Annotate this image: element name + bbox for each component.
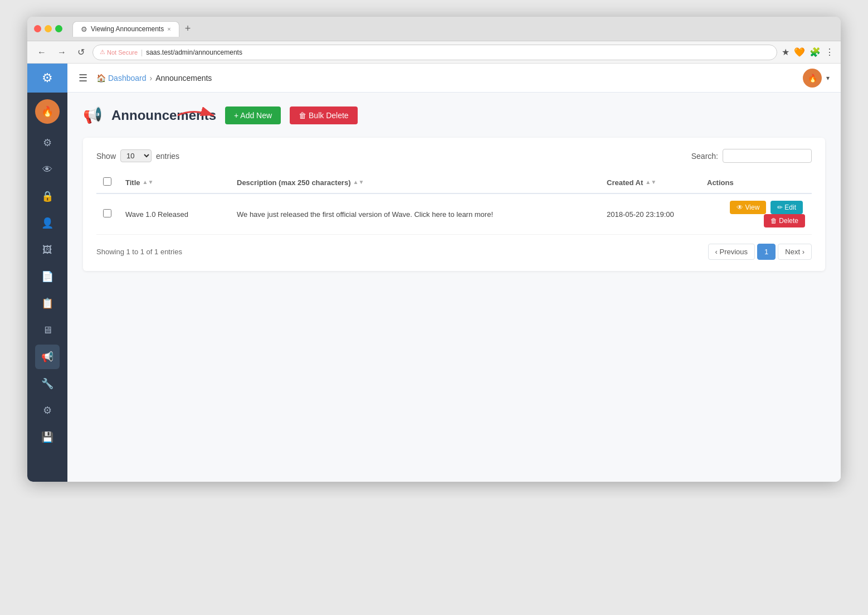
tab-bar: ⚙ Viewing Announcements × + <box>72 21 194 37</box>
maximize-button[interactable] <box>55 25 62 32</box>
breadcrumb-home-link[interactable]: 🏠 Dashboard <box>96 74 147 83</box>
edit-button[interactable]: ✏ Edit <box>771 201 803 214</box>
breadcrumb-separator: › <box>150 74 153 83</box>
col-header-checkbox <box>96 172 119 193</box>
select-all-checkbox[interactable] <box>103 177 111 186</box>
tab-gear-icon: ⚙ <box>81 25 87 33</box>
entries-select[interactable]: 10 25 50 100 <box>120 149 152 162</box>
col-header-actions: Actions <box>700 172 812 193</box>
sort-icon-desc: ▲▼ <box>353 180 364 185</box>
arrow-annotation: + Add New <box>225 106 281 124</box>
table-footer: Showing 1 to 1 of 1 entries ‹ Previous 1… <box>96 244 812 260</box>
search-input[interactable] <box>723 149 812 163</box>
sidebar-item-media[interactable]: 🖼 <box>35 238 60 262</box>
traffic-lights <box>34 25 62 32</box>
search-label: Search: <box>691 152 718 161</box>
tab-close-icon[interactable]: × <box>167 26 170 32</box>
topbar-right: 🔥 ▾ <box>803 69 830 88</box>
sidebar-avatar[interactable]: 🔥 <box>35 99 60 124</box>
sort-icon-created: ▲▼ <box>645 180 656 185</box>
row-checkbox-cell <box>96 193 119 235</box>
search-box: Search: <box>691 149 812 163</box>
row-checkbox[interactable] <box>103 209 111 217</box>
col-header-created[interactable]: Created At ▲▼ <box>600 172 700 193</box>
sidebar-top: ⚙ <box>27 64 67 93</box>
back-button[interactable]: ← <box>34 45 50 60</box>
next-button[interactable]: Next › <box>778 244 812 260</box>
add-new-button[interactable]: + Add New <box>225 106 281 124</box>
tab-label: Viewing Announcements <box>91 25 164 33</box>
refresh-button[interactable]: ↺ <box>74 45 88 60</box>
app-container: ⚙ 🔥 ⚙ 👁 🔒 👤 🖼 📄 📋 🖥 📢 🔧 ⚙ 💾 <box>27 64 841 482</box>
sidebar-item-config[interactable]: ⚙ <box>35 398 60 423</box>
sidebar-items: ⚙ 👁 🔒 👤 🖼 📄 📋 🖥 📢 🔧 ⚙ 💾 <box>27 130 67 449</box>
sidebar-item-settings[interactable]: ⚙ <box>35 130 60 155</box>
red-arrow <box>175 107 220 124</box>
sidebar-logo-icon: ⚙ <box>42 71 53 85</box>
page-1-button[interactable]: 1 <box>757 244 776 260</box>
active-tab[interactable]: ⚙ Viewing Announcements × <box>72 21 179 37</box>
browser-toolbar: ← → ↺ ⚠ Not Secure | saas.test/admin/ann… <box>27 41 841 64</box>
emoji-icon[interactable]: 🧡 <box>794 47 805 57</box>
forward-button[interactable]: → <box>54 45 70 60</box>
home-icon: 🏠 <box>96 74 106 83</box>
sidebar: ⚙ 🔥 ⚙ 👁 🔒 👤 🖼 📄 📋 🖥 📢 🔧 ⚙ 💾 <box>27 64 67 482</box>
sidebar-item-database[interactable]: 💾 <box>35 425 60 449</box>
not-secure-indicator: ⚠ Not Secure <box>100 49 138 56</box>
user-avatar[interactable]: 🔥 <box>803 69 822 88</box>
showing-text: Showing 1 to 1 of 1 entries <box>96 248 182 256</box>
show-label: Show <box>96 152 116 161</box>
sort-icon-title: ▲▼ <box>143 180 154 185</box>
sidebar-item-monitor[interactable]: 🖥 <box>35 318 60 342</box>
browser-menu-icon[interactable]: ⋮ <box>825 47 834 57</box>
sidebar-item-pages1[interactable]: 📄 <box>35 264 60 289</box>
row-created-at: 2018-05-20 23:19:00 <box>600 193 700 235</box>
table-controls: Show 10 25 50 100 entries Search: <box>96 149 812 163</box>
page-icon: 📢 <box>83 106 103 124</box>
sidebar-item-view[interactable]: 👁 <box>35 157 60 182</box>
delete-button[interactable]: 🗑 Delete <box>764 214 805 227</box>
new-tab-button[interactable]: + <box>182 23 194 35</box>
content-area: 📢 Announcements + Add New <box>67 93 841 482</box>
view-button[interactable]: 👁 View <box>730 201 766 214</box>
row-actions: 👁 View ✏ Edit 🗑 Delete <box>700 193 812 235</box>
bulk-delete-button[interactable]: 🗑 Bulk Delete <box>290 106 357 124</box>
previous-button[interactable]: ‹ Previous <box>708 244 755 260</box>
menu-icon[interactable]: ☰ <box>79 72 87 84</box>
page-header: 📢 Announcements + Add New <box>83 106 825 124</box>
table-body: Wave 1.0 Released We have just released … <box>96 193 812 235</box>
col-header-title[interactable]: Title ▲▼ <box>119 172 230 193</box>
col-header-desc[interactable]: Description (max 250 characters) ▲▼ <box>230 172 600 193</box>
topbar: ☰ 🏠 Dashboard › Announcements 🔥 ▾ <box>67 64 841 93</box>
sidebar-item-users[interactable]: 👤 <box>35 211 60 235</box>
sidebar-item-announcements[interactable]: 📢 <box>35 345 60 369</box>
breadcrumb: ☰ 🏠 Dashboard › Announcements <box>79 72 212 84</box>
toolbar-actions: ★ 🧡 🧩 ⋮ <box>782 47 834 57</box>
table-card: Show 10 25 50 100 entries Search: <box>83 138 825 271</box>
table-row: Wave 1.0 Released We have just released … <box>96 193 812 235</box>
sidebar-item-lock[interactable]: 🔒 <box>35 184 60 209</box>
show-entries: Show 10 25 50 100 entries <box>96 149 179 162</box>
breadcrumb-current: Announcements <box>155 74 212 83</box>
row-description: We have just released the first official… <box>230 193 600 235</box>
sidebar-item-pages2[interactable]: 📋 <box>35 291 60 316</box>
data-table: Title ▲▼ Description (max 250 characters… <box>96 172 812 235</box>
close-button[interactable] <box>34 25 41 32</box>
row-title: Wave 1.0 Released <box>119 193 230 235</box>
pagination: ‹ Previous 1 Next › <box>708 244 812 260</box>
minimize-button[interactable] <box>45 25 52 32</box>
sidebar-item-tools[interactable]: 🔧 <box>35 371 60 396</box>
address-url: saas.test/admin/announcements <box>146 49 242 56</box>
bookmark-icon[interactable]: ★ <box>782 47 789 57</box>
address-bar[interactable]: ⚠ Not Secure | saas.test/admin/announcem… <box>92 45 777 60</box>
puzzle-icon[interactable]: 🧩 <box>810 47 821 57</box>
entries-label: entries <box>156 152 179 161</box>
user-chevron-icon[interactable]: ▾ <box>826 74 830 82</box>
table-header: Title ▲▼ Description (max 250 characters… <box>96 172 812 193</box>
main-content: ☰ 🏠 Dashboard › Announcements 🔥 ▾ <box>67 64 841 482</box>
